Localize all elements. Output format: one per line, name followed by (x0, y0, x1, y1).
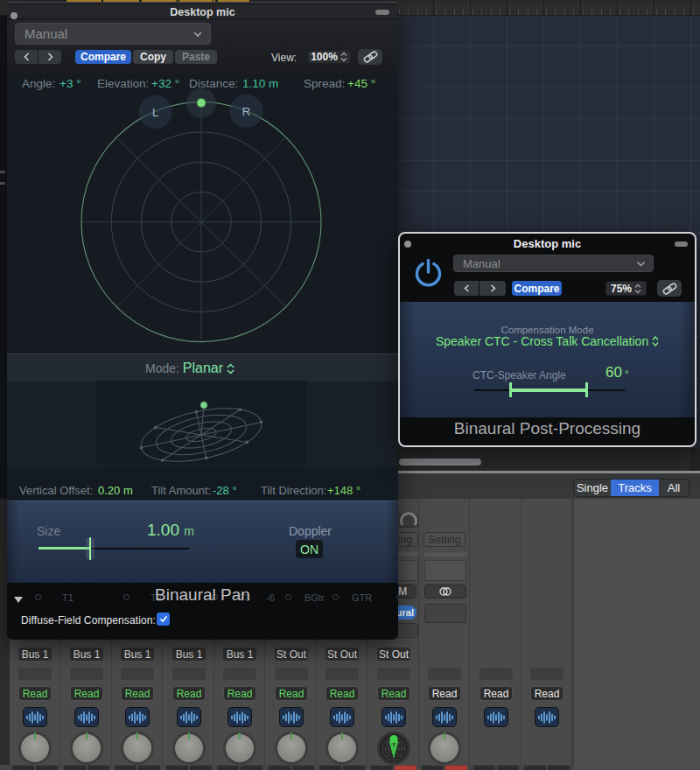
svg-text:L: L (152, 106, 158, 119)
svg-text:R: R (242, 105, 250, 118)
